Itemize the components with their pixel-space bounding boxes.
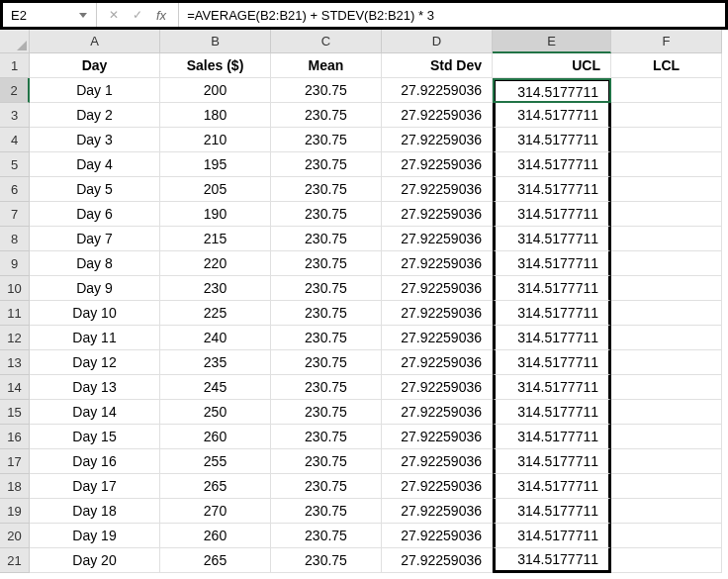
- row-head-18[interactable]: 18: [0, 474, 30, 499]
- cell-D3[interactable]: 27.92259036: [382, 103, 493, 128]
- cell-F15[interactable]: [611, 400, 722, 425]
- cell-B3[interactable]: 180: [160, 103, 271, 128]
- cell-E19[interactable]: 314.5177711: [493, 499, 611, 524]
- header-cell-A[interactable]: Day: [30, 53, 160, 78]
- cell-D19[interactable]: 27.92259036: [382, 499, 493, 524]
- cell-B10[interactable]: 230: [160, 276, 271, 301]
- cell-B11[interactable]: 225: [160, 301, 271, 326]
- cell-F5[interactable]: [611, 152, 722, 177]
- row-head-3[interactable]: 3: [0, 103, 30, 128]
- cell-B14[interactable]: 245: [160, 375, 271, 400]
- cell-B18[interactable]: 265: [160, 474, 271, 499]
- cell-D12[interactable]: 27.92259036: [382, 326, 493, 350]
- row-head-2[interactable]: 2: [0, 78, 30, 103]
- row-head-1[interactable]: 1: [0, 53, 30, 78]
- cell-F19[interactable]: [611, 499, 722, 524]
- cell-C12[interactable]: 230.75: [271, 326, 382, 350]
- cell-E17[interactable]: 314.5177711: [493, 449, 611, 474]
- formula-input[interactable]: =AVERAGE(B2:B21) + STDEV(B2:B21) * 3: [179, 3, 725, 27]
- cell-D17[interactable]: 27.92259036: [382, 449, 493, 474]
- cell-B9[interactable]: 220: [160, 251, 271, 276]
- row-head-5[interactable]: 5: [0, 152, 30, 177]
- cell-A7[interactable]: Day 6: [30, 202, 160, 227]
- row-head-9[interactable]: 9: [0, 251, 30, 276]
- cell-C3[interactable]: 230.75: [271, 103, 382, 128]
- cell-E18[interactable]: 314.5177711: [493, 474, 611, 499]
- cell-B6[interactable]: 205: [160, 177, 271, 202]
- cell-D15[interactable]: 27.92259036: [382, 400, 493, 425]
- cell-F8[interactable]: [611, 227, 722, 251]
- row-head-17[interactable]: 17: [0, 449, 30, 474]
- name-box-dropdown-icon[interactable]: [78, 10, 88, 20]
- row-head-7[interactable]: 7: [0, 202, 30, 227]
- cell-C5[interactable]: 230.75: [271, 152, 382, 177]
- cell-A16[interactable]: Day 15: [30, 425, 160, 449]
- cell-A9[interactable]: Day 8: [30, 251, 160, 276]
- cell-E13[interactable]: 314.5177711: [493, 350, 611, 375]
- col-head-D[interactable]: D: [382, 30, 493, 53]
- cell-D18[interactable]: 27.92259036: [382, 474, 493, 499]
- cell-B8[interactable]: 215: [160, 227, 271, 251]
- cell-B4[interactable]: 210: [160, 128, 271, 152]
- cell-F20[interactable]: [611, 524, 722, 548]
- col-head-C[interactable]: C: [271, 30, 382, 53]
- cell-E3[interactable]: 314.5177711: [493, 103, 611, 128]
- cell-D10[interactable]: 27.92259036: [382, 276, 493, 301]
- cell-F12[interactable]: [611, 326, 722, 350]
- cell-C10[interactable]: 230.75: [271, 276, 382, 301]
- cell-A10[interactable]: Day 9: [30, 276, 160, 301]
- cell-B19[interactable]: 270: [160, 499, 271, 524]
- col-head-E[interactable]: E: [493, 30, 611, 53]
- cell-E11[interactable]: 314.5177711: [493, 301, 611, 326]
- header-cell-D[interactable]: Std Dev: [382, 53, 493, 78]
- cell-C6[interactable]: 230.75: [271, 177, 382, 202]
- cell-E7[interactable]: 314.5177711: [493, 202, 611, 227]
- cell-A13[interactable]: Day 12: [30, 350, 160, 375]
- cell-E12[interactable]: 314.5177711: [493, 326, 611, 350]
- cell-C9[interactable]: 230.75: [271, 251, 382, 276]
- cell-E9[interactable]: 314.5177711: [493, 251, 611, 276]
- cell-C20[interactable]: 230.75: [271, 524, 382, 548]
- cell-F18[interactable]: [611, 474, 722, 499]
- cell-B21[interactable]: 265: [160, 548, 271, 573]
- cell-F14[interactable]: [611, 375, 722, 400]
- cell-C2[interactable]: 230.75: [271, 78, 382, 103]
- cell-A6[interactable]: Day 5: [30, 177, 160, 202]
- cell-D13[interactable]: 27.92259036: [382, 350, 493, 375]
- cell-E2[interactable]: 314.5177711: [493, 78, 611, 103]
- cell-C13[interactable]: 230.75: [271, 350, 382, 375]
- cell-D2[interactable]: 27.92259036: [382, 78, 493, 103]
- cell-C19[interactable]: 230.75: [271, 499, 382, 524]
- cell-D8[interactable]: 27.92259036: [382, 227, 493, 251]
- cell-E10[interactable]: 314.5177711: [493, 276, 611, 301]
- row-head-8[interactable]: 8: [0, 227, 30, 251]
- row-head-21[interactable]: 21: [0, 548, 30, 573]
- row-head-13[interactable]: 13: [0, 350, 30, 375]
- fx-icon[interactable]: fx: [156, 8, 166, 23]
- cell-B5[interactable]: 195: [160, 152, 271, 177]
- col-head-B[interactable]: B: [160, 30, 271, 53]
- row-head-15[interactable]: 15: [0, 400, 30, 425]
- cell-D20[interactable]: 27.92259036: [382, 524, 493, 548]
- cell-A8[interactable]: Day 7: [30, 227, 160, 251]
- cell-D21[interactable]: 27.92259036: [382, 548, 493, 573]
- cell-B7[interactable]: 190: [160, 202, 271, 227]
- row-head-16[interactable]: 16: [0, 425, 30, 449]
- cell-A21[interactable]: Day 20: [30, 548, 160, 573]
- cell-A20[interactable]: Day 19: [30, 524, 160, 548]
- row-head-11[interactable]: 11: [0, 301, 30, 326]
- cell-E6[interactable]: 314.5177711: [493, 177, 611, 202]
- cell-C21[interactable]: 230.75: [271, 548, 382, 573]
- cell-A18[interactable]: Day 17: [30, 474, 160, 499]
- row-head-10[interactable]: 10: [0, 276, 30, 301]
- cell-F6[interactable]: [611, 177, 722, 202]
- cell-C7[interactable]: 230.75: [271, 202, 382, 227]
- header-cell-E[interactable]: UCL: [493, 53, 611, 78]
- cell-B15[interactable]: 250: [160, 400, 271, 425]
- cell-B13[interactable]: 235: [160, 350, 271, 375]
- cell-D16[interactable]: 27.92259036: [382, 425, 493, 449]
- cell-A12[interactable]: Day 11: [30, 326, 160, 350]
- cell-B20[interactable]: 260: [160, 524, 271, 548]
- cell-D7[interactable]: 27.92259036: [382, 202, 493, 227]
- cell-C11[interactable]: 230.75: [271, 301, 382, 326]
